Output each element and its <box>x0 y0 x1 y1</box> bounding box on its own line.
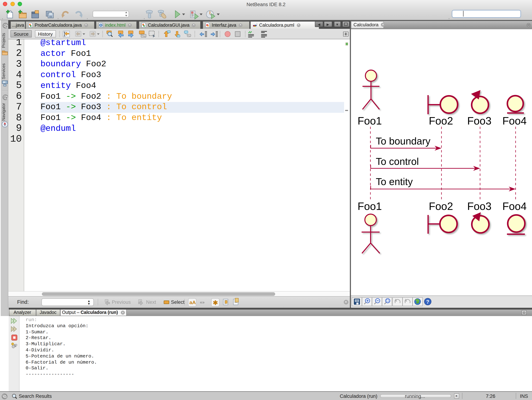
svg-text:Foo2: Foo2 <box>429 115 453 127</box>
svg-text:Foo1: Foo1 <box>358 200 382 212</box>
svg-text:Foo3: Foo3 <box>467 115 491 127</box>
svg-text:To boundary: To boundary <box>376 135 431 147</box>
svg-text:aA: aA <box>189 300 196 305</box>
svg-text:Foo3: Foo3 <box>467 200 491 212</box>
svg-text:«»: «» <box>200 300 205 305</box>
svg-text:✱: ✱ <box>213 299 218 306</box>
svg-text:Foo1: Foo1 <box>358 115 382 127</box>
svg-text:Foo2: Foo2 <box>429 200 453 212</box>
svg-text:Foo4: Foo4 <box>502 200 527 212</box>
svg-text:?: ? <box>426 299 429 305</box>
svg-text:Foo4: Foo4 <box>502 115 527 127</box>
svg-text:To control: To control <box>376 156 419 167</box>
svg-text:To entity: To entity <box>376 176 413 187</box>
svg-text:3: 3 <box>192 14 193 16</box>
